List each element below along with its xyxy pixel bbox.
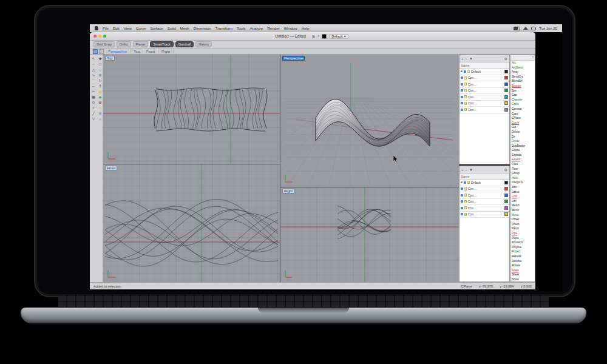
menu-item[interactable]: Window (284, 26, 297, 30)
tool-icon[interactable]: □ (97, 62, 103, 67)
menu-item[interactable]: View (124, 26, 132, 30)
layer-color-swatch[interactable] (504, 83, 508, 86)
viewport-perspective[interactable]: Perspective (280, 55, 459, 187)
command-list-item[interactable]: CPlane (510, 116, 535, 121)
layers-settings-icon[interactable]: ⚙ (504, 167, 507, 172)
name-column-header[interactable]: Name (461, 64, 469, 67)
menu-item[interactable]: Help (302, 26, 310, 30)
tool-icon[interactable]: ⊞ (97, 100, 103, 105)
apple-menu-icon[interactable] (95, 26, 98, 30)
command-list-item[interactable]: Group (510, 171, 535, 176)
menu-item[interactable]: Surface (150, 26, 163, 30)
layer-color-swatch[interactable] (504, 206, 508, 210)
command-list-item[interactable]: Explode (510, 153, 535, 158)
tool-icon[interactable]: ⊕ (97, 111, 103, 116)
toolbar-toggle-button[interactable]: Planar (133, 41, 149, 47)
cplane-selector[interactable]: CPlane (461, 285, 472, 288)
tool-icon[interactable]: △ (90, 67, 97, 72)
tool-icon[interactable]: ⌂ (97, 116, 103, 121)
filter-layers-icon[interactable]: ▼ (469, 168, 473, 172)
tool-icon[interactable]: ▦ (90, 95, 97, 99)
command-list-item[interactable]: Pipe (510, 231, 535, 236)
name-column-header[interactable]: Name (461, 175, 469, 178)
layer-row[interactable]: Con… (459, 186, 509, 193)
layer-color-swatch[interactable] (504, 181, 508, 184)
control-center-icon[interactable] (531, 27, 536, 30)
layer-color-swatch[interactable] (504, 70, 508, 73)
delete-layer-icon[interactable]: − (466, 57, 468, 61)
filter-layers-icon[interactable]: ▼ (469, 57, 473, 61)
display-color-swatch[interactable] (322, 34, 327, 39)
viewport-tab[interactable]: Front (143, 50, 158, 53)
viewport-front[interactable]: Front (103, 164, 280, 282)
toolbar-toggle-button[interactable]: Grid Snap (93, 41, 115, 47)
minimize-button[interactable] (98, 35, 101, 38)
menu-item[interactable]: Analyze (249, 26, 263, 30)
command-list-item[interactable]: Ellipse (510, 148, 535, 153)
layer-row[interactable]: Con… (459, 212, 509, 218)
command-list-item[interactable]: ArcBlend (510, 66, 535, 70)
front-viewport-canvas[interactable] (103, 164, 280, 282)
menu-item[interactable]: Solid (168, 26, 176, 30)
command-list-item[interactable]: Delete (510, 130, 535, 135)
command-list-item[interactable]: Bounce (510, 84, 535, 89)
command-list-item[interactable]: Extend (510, 157, 535, 162)
command-list-item[interactable]: Copy (510, 112, 535, 116)
tool-icon[interactable]: ▤ (97, 89, 103, 94)
layout-single-icon[interactable] (99, 49, 104, 54)
command-list-item[interactable]: Revolve (510, 259, 535, 264)
command-list-item[interactable]: Dir (510, 135, 535, 140)
layer-row[interactable]: Default (459, 69, 509, 75)
layer-row[interactable]: Con… (459, 199, 509, 206)
tool-icon[interactable]: ↻ (97, 78, 103, 83)
viewport-label-perspective[interactable]: Perspective (282, 56, 305, 61)
menu-item[interactable]: File (103, 26, 109, 30)
layout-grid-icon[interactable] (93, 49, 98, 54)
command-list-item[interactable]: Mirror (510, 208, 535, 213)
layer-color-swatch[interactable] (504, 200, 508, 203)
layer-color-swatch[interactable] (504, 187, 508, 190)
viewport-label-front[interactable]: Front (105, 166, 117, 170)
layers-settings-icon[interactable]: ⚙ (504, 56, 507, 61)
command-list-item[interactable]: Box (510, 89, 535, 93)
command-list-item[interactable]: Fillet (510, 162, 535, 167)
tool-icon[interactable]: ▽ (90, 116, 97, 121)
toolbar-toggle-button[interactable]: Gumball (175, 41, 194, 47)
command-list-item[interactable]: Scale (510, 268, 535, 273)
toolbar-toggle-button[interactable]: History (195, 41, 212, 47)
help-icon[interactable]: ? (532, 56, 534, 59)
layer-row[interactable]: Con… (459, 107, 509, 113)
tool-icon[interactable]: ⇕ (97, 84, 103, 89)
layer-row[interactable]: Con… (459, 81, 509, 88)
right-viewport-canvas[interactable] (280, 187, 459, 282)
tool-icon[interactable]: ↖ (90, 56, 97, 61)
command-list-item[interactable]: InterpCrv (510, 180, 535, 185)
command-list-item[interactable]: Plane (510, 236, 535, 241)
tool-icon[interactable]: ≋ (97, 73, 103, 78)
add-layer-icon[interactable]: + (461, 168, 464, 172)
layer-color-swatch[interactable] (504, 212, 508, 216)
command-list-item[interactable]: Line (510, 194, 535, 199)
top-viewport-canvas[interactable] (103, 55, 280, 164)
add-layer-icon[interactable]: + (461, 57, 464, 61)
command-list-item[interactable]: DupBorder (510, 144, 535, 149)
command-list-item[interactable]: Orient (510, 222, 535, 227)
command-list-item[interactable]: Array (510, 70, 535, 75)
layer-row[interactable]: Con… (459, 94, 509, 101)
command-list-item[interactable]: Helix (510, 176, 535, 181)
layer-color-swatch[interactable] (504, 95, 508, 99)
aim-target-icon[interactable]: ⌖ (317, 34, 319, 38)
toolbar-toggle-button[interactable]: SmartTrack (150, 41, 173, 47)
menu-item[interactable]: Dimension (194, 26, 211, 30)
menu-item[interactable]: Tools (237, 26, 245, 30)
layer-visibility-checkbox[interactable] (461, 83, 463, 86)
tool-icon[interactable]: ⊙ (90, 100, 97, 105)
tool-icon[interactable]: ✎ (97, 106, 103, 110)
command-list-item[interactable]: Lasso (510, 190, 535, 195)
command-list-item[interactable]: Rebuild (510, 254, 535, 259)
layer-row[interactable]: Con… (459, 101, 509, 107)
command-list-item[interactable]: Show (510, 277, 535, 282)
menu-item[interactable]: Mesh (180, 26, 189, 30)
tool-icon[interactable]: ∿ (90, 73, 97, 78)
close-button[interactable] (93, 35, 97, 38)
